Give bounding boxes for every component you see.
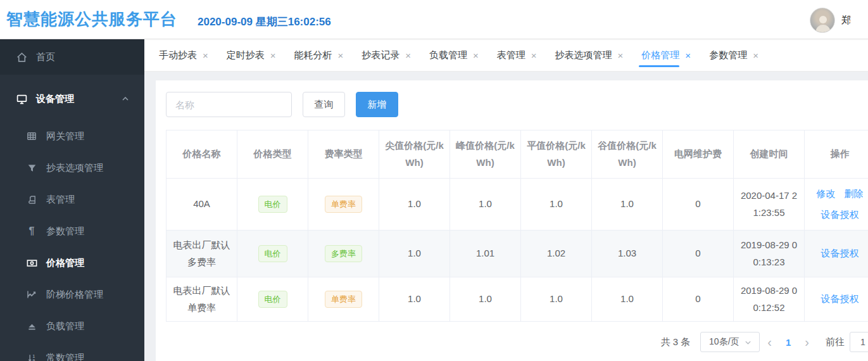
col-grid-fee: 电网维护费 xyxy=(663,130,734,179)
close-icon[interactable]: × xyxy=(203,50,208,61)
price-table: 价格名称 价格类型 费率类型 尖值价格(元/kWh) 峰值价格(元/kWh) 平… xyxy=(166,130,868,322)
sidebar-item-parameter-management[interactable]: ¶ 参数管理 xyxy=(0,215,144,247)
cell-peak-price: 1.0 xyxy=(450,277,521,322)
table-row: 电表出厂默认多费率 电价 多费率 1.0 1.01 1.02 1.03 0 20… xyxy=(167,231,868,277)
svg-text:1: 1 xyxy=(32,353,35,358)
pagination: 共 3 条 10条/页 ‹ 1 › 前往 页 xyxy=(166,332,868,352)
sidebar-item-label: 设备管理 xyxy=(36,93,74,105)
toolbar: 查询 新增 xyxy=(166,92,868,117)
rate-type-tag: 多费率 xyxy=(325,245,362,262)
tab-meter-management[interactable]: 表管理 × xyxy=(493,39,541,71)
cell-grid-fee: 0 xyxy=(663,231,734,277)
close-icon[interactable]: × xyxy=(270,50,276,61)
tab-label: 负载管理 xyxy=(429,49,467,61)
col-created-time: 创建时间 xyxy=(734,130,805,179)
tab-price-management[interactable]: 价格管理 × xyxy=(638,39,695,71)
device-authorize-link[interactable]: 设备授权 xyxy=(821,245,859,262)
grid-icon xyxy=(26,131,37,141)
close-icon[interactable]: × xyxy=(473,50,479,61)
goto-label: 前往 xyxy=(826,336,845,348)
col-valley-price: 谷值价格(元/kWh) xyxy=(592,130,663,179)
sidebar-item-label: 阶梯价格管理 xyxy=(46,289,103,301)
close-icon[interactable]: × xyxy=(405,50,411,61)
username-label[interactable]: 郑 xyxy=(841,14,850,27)
cell-peak-price: 1.0 xyxy=(450,179,521,231)
close-icon[interactable]: × xyxy=(531,50,537,61)
col-flat-price: 平值价格(元/kWh) xyxy=(521,130,592,179)
price-type-tag: 电价 xyxy=(258,291,287,308)
sidebar-item-home[interactable]: 首页 xyxy=(0,39,144,75)
tab-label: 参数管理 xyxy=(709,49,747,61)
main-content: 查询 新增 价格名称 价格类型 费率类型 尖值价格(元/kWh) 峰值价格(元/… xyxy=(144,72,868,361)
sidebar-item-gateway-management[interactable]: 网关管理 xyxy=(0,120,144,152)
tab-energy-analysis[interactable]: 能耗分析 × xyxy=(291,39,348,71)
cell-grid-fee: 0 xyxy=(663,179,734,231)
open-tabs-bar: 手动抄表 × 定时抄表 × 能耗分析 × 抄表记录 × 负载管理 × 表管理 ×… xyxy=(144,39,868,72)
chevron-up-icon xyxy=(122,94,129,104)
tab-label: 抄表记录 xyxy=(362,49,399,61)
cell-flat-price: 1.0 xyxy=(521,277,592,322)
prev-page-icon[interactable]: ‹ xyxy=(760,336,779,348)
app-header: 智慧能源公共服务平台 2020-09-09 星期三16:02:56 郑 xyxy=(0,0,868,39)
cell-grid-fee: 0 xyxy=(663,277,734,322)
sidebar-item-constant-management[interactable]: 1 9 常数管理 xyxy=(0,342,144,361)
close-icon[interactable]: × xyxy=(618,50,624,61)
sidebar-item-label: 参数管理 xyxy=(46,225,84,238)
tab-reading-records[interactable]: 抄表记录 × xyxy=(358,39,415,71)
cell-peak-price: 1.01 xyxy=(450,231,521,277)
person-icon xyxy=(814,13,832,32)
sidebar-item-label: 首页 xyxy=(36,51,55,63)
pilcrow-icon: ¶ xyxy=(26,225,37,237)
user-avatar[interactable] xyxy=(810,8,835,33)
device-authorize-link[interactable]: 设备授权 xyxy=(821,206,859,223)
cell-flat-price: 1.0 xyxy=(521,179,592,231)
cell-flat-price: 1.02 xyxy=(521,231,592,277)
tab-meter-reading-options[interactable]: 抄表选项管理 × xyxy=(551,39,627,71)
tab-parameter-management[interactable]: 参数管理 × xyxy=(705,39,762,71)
cell-valley-price: 1.0 xyxy=(592,277,663,322)
col-actions: 操作 xyxy=(805,130,868,179)
cell-created-time: 2020-04-17 21:23:55 xyxy=(734,179,805,231)
table-row: 40A 电价 单费率 1.0 1.0 1.0 1.0 0 2020-04-17 … xyxy=(167,179,868,231)
page-size-select[interactable]: 10条/页 xyxy=(700,332,760,352)
current-page-number[interactable]: 1 xyxy=(779,337,797,348)
sidebar-item-label: 常数管理 xyxy=(46,352,84,361)
sidebar-item-price-management[interactable]: 价格管理 xyxy=(0,247,144,279)
svg-text:9: 9 xyxy=(32,358,35,361)
tab-label: 价格管理 xyxy=(641,49,679,61)
close-icon[interactable]: × xyxy=(753,50,758,61)
next-page-icon[interactable]: › xyxy=(797,336,817,348)
sidebar-item-label: 价格管理 xyxy=(46,257,84,269)
tab-label: 抄表选项管理 xyxy=(555,49,612,61)
cell-price-name: 电表出厂默认单费率 xyxy=(167,277,237,322)
cell-sharp-price: 1.0 xyxy=(379,277,450,322)
sidebar-item-label: 负载管理 xyxy=(46,320,84,332)
cell-sharp-price: 1.0 xyxy=(379,231,450,277)
tab-scheduled-reading[interactable]: 定时抄表 × xyxy=(223,39,280,71)
tab-label: 手动抄表 xyxy=(159,49,197,61)
sidebar-item-meter-reading-options[interactable]: 抄表选项管理 xyxy=(0,152,144,184)
add-button[interactable]: 新增 xyxy=(356,92,398,117)
total-count-label: 共 3 条 xyxy=(661,336,691,348)
tab-load-management[interactable]: 负载管理 × xyxy=(425,39,482,71)
device-authorize-link[interactable]: 设备授权 xyxy=(821,291,859,307)
current-datetime: 2020-09-09 星期三16:02:56 xyxy=(198,15,331,29)
goto-page-input[interactable] xyxy=(850,332,868,352)
sidebar-item-load-management[interactable]: 负载管理 xyxy=(0,310,144,342)
close-icon[interactable]: × xyxy=(685,50,691,61)
tab-manual-reading[interactable]: 手动抄表 × xyxy=(155,39,212,71)
name-search-input[interactable] xyxy=(166,92,292,117)
page-size-value: 10条/页 xyxy=(709,336,739,348)
cell-sharp-price: 1.0 xyxy=(379,179,450,231)
price-type-tag: 电价 xyxy=(258,245,287,262)
delete-link[interactable]: 删除 xyxy=(845,186,864,202)
col-rate-type: 费率类型 xyxy=(308,130,379,179)
sidebar-item-label: 抄表选项管理 xyxy=(46,162,103,174)
close-icon[interactable]: × xyxy=(338,50,344,61)
sidebar-item-tiered-price-management[interactable]: 阶梯价格管理 xyxy=(0,279,144,310)
sidebar-item-device-management[interactable]: 设备管理 xyxy=(0,81,144,117)
edit-link[interactable]: 修改 xyxy=(817,186,836,202)
query-button[interactable]: 查询 xyxy=(303,92,345,117)
col-sharp-price: 尖值价格(元/kWh) xyxy=(379,130,450,179)
sidebar-item-meter-management[interactable]: 表管理 xyxy=(0,184,144,215)
